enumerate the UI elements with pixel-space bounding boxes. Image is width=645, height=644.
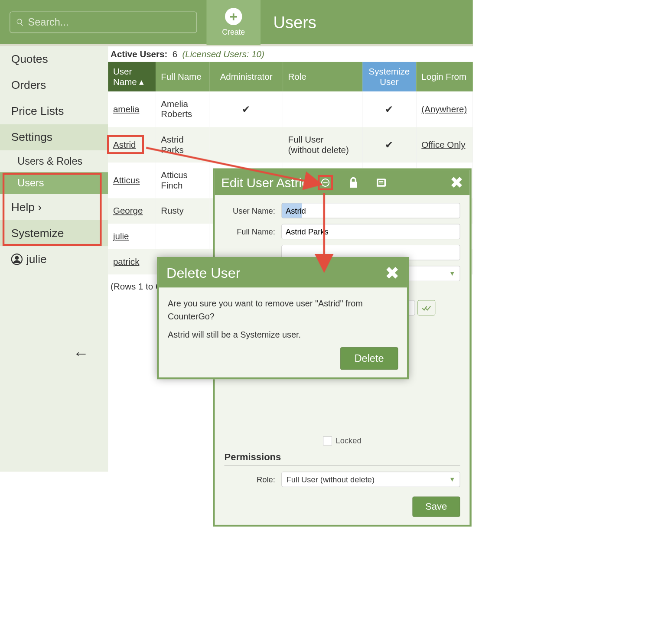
sidebar-item-help[interactable]: Help ›	[0, 194, 108, 220]
caret-down-icon: ▼	[449, 476, 456, 483]
fullname-cell	[156, 224, 210, 249]
systemize-cell: ✔	[362, 127, 417, 163]
username-link[interactable]: Astrid	[113, 140, 136, 150]
fullname-cell: Amelia Roberts	[156, 91, 210, 127]
delete-dialog-header: Delete User ✖	[159, 259, 407, 287]
chevron-right-icon: ›	[38, 201, 42, 214]
locked-checkbox[interactable]	[323, 436, 332, 446]
username-link[interactable]: George	[113, 206, 143, 216]
col-login[interactable]: Login From	[416, 62, 472, 91]
delete-user-dialog: Delete User ✖ Are you sure you want to r…	[157, 257, 409, 379]
sidebar-item-users-roles[interactable]: Users & Roles	[0, 150, 108, 172]
username-link[interactable]: amelia	[113, 104, 139, 114]
col-username[interactable]: User Name ▴	[108, 62, 156, 91]
lock-icon[interactable]	[345, 175, 361, 190]
table-row: AstridAstrid ParksFull User (without del…	[108, 127, 472, 163]
sidebar: Quotes Orders Price Lists Settings Users…	[0, 46, 108, 472]
edit-panel-header: Edit User Astrid ✖	[215, 170, 470, 195]
save-button[interactable]: Save	[412, 497, 460, 517]
collapse-sidebar-icon[interactable]: ←	[73, 344, 89, 363]
search-icon	[16, 18, 24, 27]
fullname-cell: Atticus Finch	[156, 163, 210, 198]
search-input[interactable]	[28, 16, 191, 28]
sidebar-item-systemize[interactable]: Systemize	[0, 220, 108, 246]
sidebar-current-user[interactable]: julie	[0, 246, 108, 272]
admin-cell	[210, 127, 283, 163]
page-title: Users	[273, 13, 316, 32]
apply-button[interactable]	[417, 300, 435, 315]
delete-dialog-title: Delete User	[166, 265, 240, 281]
main-content: Active Users: 6 (Licensed Users: 10) Use…	[108, 46, 472, 472]
search-box[interactable]	[10, 11, 197, 33]
login-cell: Office Only	[416, 127, 472, 163]
role-cell: Full User (without delete)	[283, 127, 362, 163]
svg-point-1	[15, 256, 19, 260]
svg-rect-4	[379, 181, 383, 182]
sidebar-item-quotes[interactable]: Quotes	[0, 46, 108, 72]
svg-rect-5	[379, 182, 383, 183]
create-button[interactable]: + Create	[206, 0, 261, 45]
admin-cell: ✔	[210, 91, 283, 127]
fullname-cell: Rusty	[156, 198, 210, 224]
col-admin[interactable]: Administrator	[210, 62, 283, 91]
sidebar-item-orders[interactable]: Orders	[0, 72, 108, 98]
permissions-header: Permissions	[224, 452, 460, 465]
plus-icon: +	[225, 8, 242, 25]
role-cell	[283, 91, 362, 127]
delete-confirm-text: Are you sure you want to remove user "As…	[168, 297, 398, 322]
systemize-cell: ✔	[362, 91, 417, 127]
role-select[interactable]: Full User (without delete) ▼	[281, 472, 460, 487]
username-link[interactable]: julie	[113, 231, 129, 241]
col-fullname[interactable]: Full Name	[156, 62, 210, 91]
col-role[interactable]: Role	[283, 62, 362, 91]
delete-button[interactable]: Delete	[340, 347, 398, 370]
sidebar-item-pricelists[interactable]: Price Lists	[0, 98, 108, 124]
sidebar-item-users[interactable]: Users	[0, 172, 108, 194]
col-systemize[interactable]: Systemize User	[362, 62, 417, 91]
sort-asc-icon: ▴	[139, 77, 143, 87]
active-users-summary: Active Users: 6 (Licensed Users: 10)	[108, 46, 472, 62]
user-icon	[11, 254, 23, 265]
app-header: + Create Users	[0, 0, 473, 46]
fullname-label: Full Name:	[224, 227, 281, 236]
fullname-cell: Astrid Parks	[156, 127, 210, 163]
table-row: ameliaAmelia Roberts✔✔(Anywhere)	[108, 91, 472, 127]
locked-label: Locked	[336, 436, 362, 445]
log-icon[interactable]	[374, 175, 389, 190]
edit-panel-title: Edit User Astrid	[221, 176, 309, 190]
fullname-input[interactable]	[281, 224, 460, 239]
role-label: Role:	[224, 475, 281, 484]
close-icon[interactable]: ✖	[450, 173, 463, 192]
username-link[interactable]: Atticus	[113, 176, 140, 185]
create-label: Create	[222, 27, 245, 36]
username-label: User Name:	[224, 206, 281, 215]
login-cell: (Anywhere)	[416, 91, 472, 127]
sidebar-item-settings[interactable]: Settings	[0, 124, 108, 150]
delete-user-icon[interactable]	[318, 175, 333, 190]
close-icon[interactable]: ✖	[385, 263, 399, 283]
caret-down-icon: ▼	[449, 270, 456, 277]
username-link[interactable]: patrick	[113, 257, 139, 267]
delete-note-text: Astrid will still be a Systemize user.	[168, 329, 398, 342]
username-input[interactable]	[281, 203, 460, 218]
